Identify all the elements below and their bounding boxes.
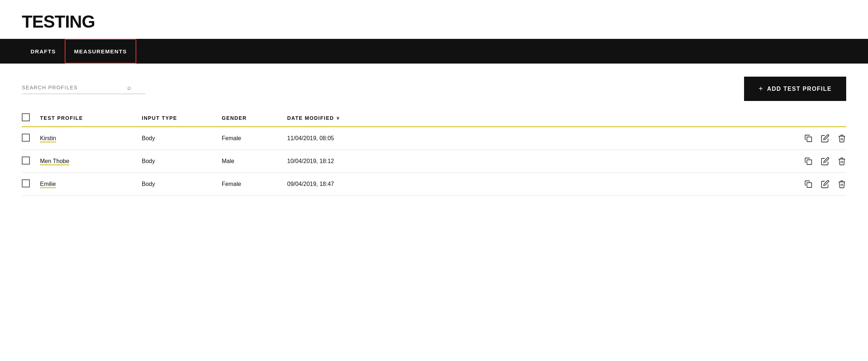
col-input-type: INPUT TYPE [142,115,222,121]
svg-rect-1 [807,160,812,165]
add-button-label: ADD TEST PROFILE [767,86,832,92]
row1-copy-icon[interactable] [804,134,813,143]
row1-delete-icon[interactable] [837,134,846,143]
toolbar: ⌕ + ADD TEST PROFILE [0,64,868,108]
row1-actions [382,134,846,143]
row3-input-type: Body [142,181,222,187]
row3-gender: Female [222,181,287,187]
plus-icon: + [759,85,763,93]
row2-checkbox-cell [22,157,40,166]
row1-date-modified: 11/04/2019, 08:05 [287,135,382,142]
col-test-profile: TEST PROFILE [40,115,142,121]
row1-checkbox-cell [22,134,40,143]
header-checkbox[interactable] [22,113,30,121]
page-title: TESTING [0,0,868,39]
row1-gender: Female [222,135,287,142]
row1-name[interactable]: Kirstin [40,135,142,142]
row3-actions [382,180,846,188]
row1-edit-icon[interactable] [821,134,829,143]
row3-date-modified: 09/04/2019, 18:47 [287,181,382,187]
row3-checkbox[interactable] [22,179,30,187]
row3-edit-icon[interactable] [821,180,829,188]
table-row: Men Thobe Body Male 10/04/2019, 18:12 [22,150,846,173]
row2-gender: Male [222,158,287,165]
col-checkbox [22,113,40,123]
row2-edit-icon[interactable] [821,157,829,166]
row3-name[interactable]: Emilie [40,181,142,187]
row2-delete-icon[interactable] [837,157,846,166]
table-container: TEST PROFILE INPUT TYPE GENDER DATE MODI… [0,108,868,196]
row3-checkbox-cell [22,179,40,189]
search-input[interactable] [22,85,127,90]
row3-copy-icon[interactable] [804,180,813,188]
row2-name[interactable]: Men Thobe [40,158,142,165]
row2-date-modified: 10/04/2019, 18:12 [287,158,382,165]
add-test-profile-button[interactable]: + ADD TEST PROFILE [744,77,846,101]
table-row: Kirstin Body Female 11/04/2019, 08:05 [22,127,846,150]
row2-actions [382,157,846,166]
sort-arrow-icon: ∨ [336,115,340,121]
search-container: ⌕ [22,84,145,94]
search-icon[interactable]: ⌕ [127,84,131,92]
tab-drafts[interactable]: DRAFTS [22,39,65,64]
table-header: TEST PROFILE INPUT TYPE GENDER DATE MODI… [22,108,846,127]
col-gender: GENDER [222,115,287,121]
nav-bar: DRAFTS MEASUREMENTS [0,39,868,64]
row2-checkbox[interactable] [22,157,30,165]
tab-measurements[interactable]: MEASUREMENTS [65,39,137,64]
row1-checkbox[interactable] [22,134,30,142]
row2-copy-icon[interactable] [804,157,813,166]
svg-rect-2 [807,183,812,187]
row1-input-type: Body [142,135,222,142]
svg-rect-0 [807,137,812,142]
table-row: Emilie Body Female 09/04/2019, 18:47 [22,173,846,196]
row3-delete-icon[interactable] [837,180,846,188]
row2-input-type: Body [142,158,222,165]
col-date-modified[interactable]: DATE MODIFIED ∨ [287,115,382,121]
